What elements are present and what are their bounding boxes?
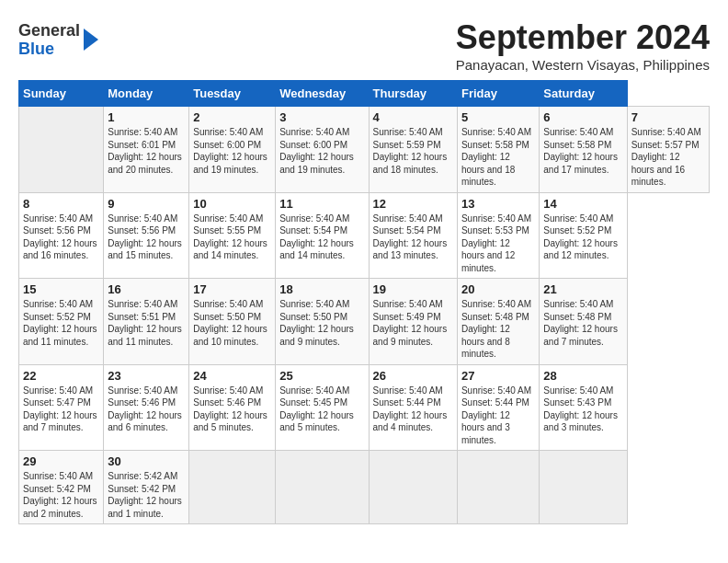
day-cell-19: 19 Sunrise: 5:40 AMSunset: 5:49 PMDaylig… (369, 279, 457, 365)
day-cell-23: 23 Sunrise: 5:40 AMSunset: 5:46 PMDaylig… (104, 364, 189, 451)
day-detail: Sunrise: 5:40 AMSunset: 5:52 PMDaylight:… (543, 213, 618, 261)
day-detail: Sunrise: 5:40 AMSunset: 6:00 PMDaylight:… (193, 127, 267, 175)
day-detail: Sunrise: 5:40 AMSunset: 5:49 PMDaylight:… (373, 299, 448, 347)
day-number: 27 (461, 369, 535, 383)
day-number: 20 (461, 282, 535, 296)
day-number: 24 (193, 369, 271, 383)
day-number: 16 (108, 282, 185, 296)
weekday-header-monday: Monday (104, 81, 189, 107)
day-detail: Sunrise: 5:40 AMSunset: 5:43 PMDaylight:… (543, 385, 618, 433)
day-number: 6 (543, 110, 622, 124)
day-number: 3 (279, 110, 364, 124)
day-number: 19 (373, 282, 453, 296)
day-number: 13 (461, 197, 535, 211)
day-number: 4 (373, 110, 453, 124)
logo: General Blue (18, 22, 98, 59)
day-cell-27: 27 Sunrise: 5:40 AMSunset: 5:44 PMDaylig… (457, 364, 539, 451)
day-number: 10 (193, 197, 271, 211)
day-detail: Sunrise: 5:40 AMSunset: 5:44 PMDaylight:… (461, 385, 531, 445)
weekday-header-saturday: Saturday (540, 81, 627, 107)
day-number: 29 (23, 454, 99, 468)
day-cell-9: 9 Sunrise: 5:40 AMSunset: 5:56 PMDayligh… (104, 192, 189, 279)
day-number: 5 (461, 110, 535, 124)
empty-cell (540, 451, 627, 524)
day-detail: Sunrise: 5:40 AMSunset: 5:58 PMDaylight:… (543, 127, 618, 175)
day-detail: Sunrise: 5:40 AMSunset: 5:57 PMDaylight:… (631, 127, 701, 187)
day-detail: Sunrise: 5:40 AMSunset: 5:44 PMDaylight:… (373, 385, 448, 433)
day-cell-16: 16 Sunrise: 5:40 AMSunset: 5:51 PMDaylig… (104, 279, 189, 365)
day-cell-15: 15 Sunrise: 5:40 AMSunset: 5:52 PMDaylig… (19, 279, 104, 365)
day-cell-29: 29 Sunrise: 5:40 AMSunset: 5:42 PMDaylig… (19, 451, 104, 524)
day-number: 30 (108, 454, 185, 468)
empty-cell (457, 451, 539, 524)
day-number: 25 (279, 369, 364, 383)
day-cell-8: 8 Sunrise: 5:40 AMSunset: 5:56 PMDayligh… (19, 192, 104, 279)
day-cell-18: 18 Sunrise: 5:40 AMSunset: 5:50 PMDaylig… (276, 279, 369, 365)
day-cell-14: 14 Sunrise: 5:40 AMSunset: 5:52 PMDaylig… (540, 192, 627, 279)
day-number: 8 (23, 197, 99, 211)
day-number: 11 (279, 197, 364, 211)
day-cell-2: 2 Sunrise: 5:40 AMSunset: 6:00 PMDayligh… (189, 107, 276, 193)
page-header: General Blue September 2024 Panayacan, W… (18, 18, 710, 73)
day-number: 23 (108, 369, 185, 383)
location-subtitle: Panayacan, Western Visayas, Philippines (456, 57, 710, 73)
day-detail: Sunrise: 5:40 AMSunset: 5:46 PMDaylight:… (108, 385, 182, 433)
day-cell-3: 3 Sunrise: 5:40 AMSunset: 6:00 PMDayligh… (276, 107, 369, 193)
weekday-header-thursday: Thursday (369, 81, 457, 107)
day-cell-13: 13 Sunrise: 5:40 AMSunset: 5:53 PMDaylig… (457, 192, 539, 279)
day-detail: Sunrise: 5:40 AMSunset: 5:42 PMDaylight:… (23, 471, 97, 519)
day-detail: Sunrise: 5:40 AMSunset: 5:58 PMDaylight:… (461, 127, 531, 187)
day-cell-10: 10 Sunrise: 5:40 AMSunset: 5:55 PMDaylig… (189, 192, 276, 279)
day-number: 2 (193, 110, 271, 124)
day-number: 12 (373, 197, 453, 211)
day-detail: Sunrise: 5:40 AMSunset: 5:53 PMDaylight:… (461, 213, 531, 273)
day-cell-20: 20 Sunrise: 5:40 AMSunset: 5:48 PMDaylig… (457, 279, 539, 365)
day-detail: Sunrise: 5:40 AMSunset: 5:56 PMDaylight:… (108, 213, 182, 261)
day-detail: Sunrise: 5:40 AMSunset: 5:48 PMDaylight:… (543, 299, 618, 347)
day-number: 9 (108, 197, 185, 211)
day-detail: Sunrise: 5:40 AMSunset: 6:00 PMDaylight:… (279, 127, 354, 175)
day-cell-28: 28 Sunrise: 5:40 AMSunset: 5:43 PMDaylig… (540, 364, 627, 451)
weekday-header-row: SundayMondayTuesdayWednesdayThursdayFrid… (19, 81, 710, 107)
weekday-header-tuesday: Tuesday (189, 81, 276, 107)
day-number: 26 (373, 369, 453, 383)
day-detail: Sunrise: 5:40 AMSunset: 5:59 PMDaylight:… (373, 127, 448, 175)
day-cell-24: 24 Sunrise: 5:40 AMSunset: 5:46 PMDaylig… (189, 364, 276, 451)
day-cell-30: 30 Sunrise: 5:42 AMSunset: 5:42 PMDaylig… (104, 451, 189, 524)
calendar-table: SundayMondayTuesdayWednesdayThursdayFrid… (18, 80, 710, 524)
weekday-header-friday: Friday (457, 81, 539, 107)
day-number: 18 (279, 282, 364, 296)
day-cell-12: 12 Sunrise: 5:40 AMSunset: 5:54 PMDaylig… (369, 192, 457, 279)
empty-cell (189, 451, 276, 524)
day-detail: Sunrise: 5:40 AMSunset: 5:54 PMDaylight:… (373, 213, 448, 261)
day-detail: Sunrise: 5:40 AMSunset: 5:52 PMDaylight:… (23, 299, 97, 347)
day-cell-11: 11 Sunrise: 5:40 AMSunset: 5:54 PMDaylig… (276, 192, 369, 279)
logo-blue: Blue (18, 40, 54, 58)
logo-arrow-icon (84, 29, 98, 51)
day-cell-17: 17 Sunrise: 5:40 AMSunset: 5:50 PMDaylig… (189, 279, 276, 365)
day-detail: Sunrise: 5:40 AMSunset: 6:01 PMDaylight:… (108, 127, 182, 175)
title-block: September 2024 Panayacan, Western Visaya… (456, 18, 710, 73)
day-detail: Sunrise: 5:40 AMSunset: 5:54 PMDaylight:… (279, 213, 354, 261)
day-cell-26: 26 Sunrise: 5:40 AMSunset: 5:44 PMDaylig… (369, 364, 457, 451)
week-row-4: 22 Sunrise: 5:40 AMSunset: 5:47 PMDaylig… (19, 364, 710, 451)
month-title: September 2024 (456, 18, 710, 57)
day-detail: Sunrise: 5:40 AMSunset: 5:51 PMDaylight:… (108, 299, 182, 347)
day-number: 7 (631, 110, 705, 124)
weekday-header-sunday: Sunday (19, 81, 104, 107)
day-number: 22 (23, 369, 99, 383)
day-detail: Sunrise: 5:40 AMSunset: 5:56 PMDaylight:… (23, 213, 97, 261)
empty-cell (19, 107, 104, 193)
day-detail: Sunrise: 5:40 AMSunset: 5:47 PMDaylight:… (23, 385, 97, 433)
day-detail: Sunrise: 5:40 AMSunset: 5:45 PMDaylight:… (279, 385, 354, 433)
weekday-header-wednesday: Wednesday (276, 81, 369, 107)
day-cell-1: 1 Sunrise: 5:40 AMSunset: 6:01 PMDayligh… (104, 107, 189, 193)
logo-general: General (18, 21, 80, 40)
empty-cell (369, 451, 457, 524)
day-number: 21 (543, 282, 622, 296)
day-number: 17 (193, 282, 271, 296)
day-cell-22: 22 Sunrise: 5:40 AMSunset: 5:47 PMDaylig… (19, 364, 104, 451)
day-cell-7: 7 Sunrise: 5:40 AMSunset: 5:57 PMDayligh… (627, 107, 709, 193)
day-detail: Sunrise: 5:40 AMSunset: 5:55 PMDaylight:… (193, 213, 267, 261)
day-number: 15 (23, 282, 99, 296)
